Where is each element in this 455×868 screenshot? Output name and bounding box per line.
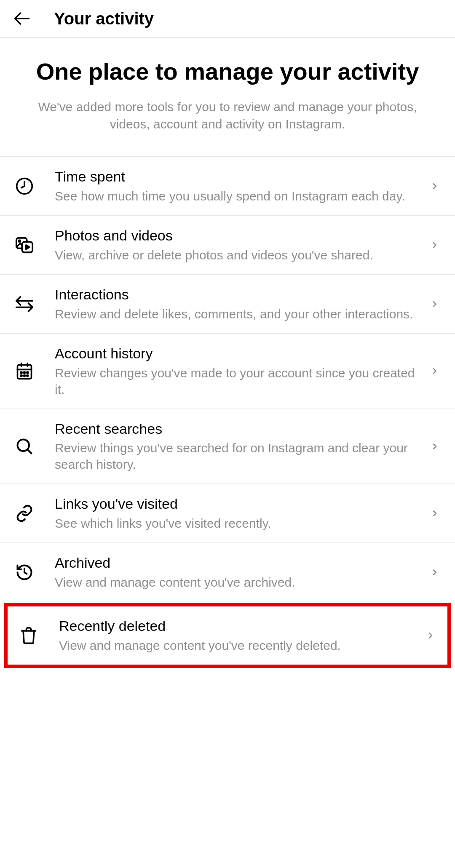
item-text: Recent searches Review things you've sea… [55, 420, 427, 473]
trash-icon [17, 624, 40, 647]
chevron-right-icon [427, 366, 442, 376]
item-title: Interactions [55, 286, 419, 303]
item-interactions[interactable]: Interactions Review and delete likes, co… [0, 275, 455, 334]
svg-point-13 [24, 372, 25, 373]
item-title: Links you've visited [55, 495, 419, 513]
hero-title: One place to manage your activity [25, 58, 430, 85]
highlight-annotation: Recently deleted View and manage content… [4, 603, 451, 668]
search-icon [13, 435, 36, 458]
chevron-right-icon [423, 631, 438, 640]
header-bar: Your activity [0, 0, 455, 38]
svg-point-12 [21, 372, 22, 373]
item-title: Photos and videos [55, 227, 419, 244]
item-desc: View and manage content you've recently … [59, 637, 415, 654]
calendar-icon [13, 359, 36, 383]
item-title: Recent searches [55, 420, 419, 438]
chevron-right-icon [427, 509, 442, 518]
link-icon [13, 502, 36, 525]
back-button[interactable] [12, 8, 32, 29]
item-text: Interactions Review and delete likes, co… [55, 286, 427, 322]
svg-line-19 [27, 449, 31, 453]
svg-point-17 [27, 375, 28, 377]
item-recently-deleted[interactable]: Recently deleted View and manage content… [8, 606, 447, 665]
item-text: Photos and videos View, archive or delet… [55, 227, 427, 263]
activity-list: Time spent See how much time you usually… [0, 156, 455, 668]
hero-subtitle: We've added more tools for you to review… [25, 99, 430, 133]
item-desc: View, archive or delete photos and video… [55, 247, 419, 263]
item-archived[interactable]: Archived View and manage content you've … [0, 543, 455, 601]
chevron-right-icon [427, 240, 442, 250]
arrow-left-icon [13, 9, 31, 28]
item-desc: See how much time you usually spend on I… [55, 188, 419, 204]
item-text: Links you've visited See which links you… [55, 495, 427, 531]
page-title: Your activity [54, 9, 154, 28]
item-links-visited[interactable]: Links you've visited See which links you… [0, 484, 455, 543]
item-recent-searches[interactable]: Recent searches Review things you've sea… [0, 409, 455, 485]
item-photos-videos[interactable]: Photos and videos View, archive or delet… [0, 216, 455, 275]
item-desc: See which links you've visited recently. [55, 515, 419, 531]
clock-icon [13, 174, 36, 198]
item-desc: Review changes you've made to your accou… [55, 365, 419, 398]
svg-point-14 [27, 372, 28, 373]
chevron-right-icon [427, 182, 442, 191]
item-account-history[interactable]: Account history Review changes you've ma… [0, 334, 455, 409]
item-text: Recently deleted View and manage content… [59, 617, 423, 654]
item-desc: Review and delete likes, comments, and y… [55, 306, 419, 322]
item-title: Archived [55, 554, 419, 572]
item-title: Time spent [55, 168, 419, 185]
chevron-right-icon [427, 568, 442, 577]
item-time-spent[interactable]: Time spent See how much time you usually… [0, 157, 455, 216]
item-desc: Review things you've searched for on Ins… [55, 440, 419, 473]
item-text: Archived View and manage content you've … [55, 554, 427, 590]
item-desc: View and manage content you've archived. [55, 574, 419, 590]
item-title: Recently deleted [59, 617, 415, 635]
hero: One place to manage your activity We've … [0, 38, 455, 156]
item-text: Account history Review changes you've ma… [55, 345, 427, 398]
chevron-right-icon [427, 299, 442, 309]
history-icon [13, 561, 36, 584]
svg-point-16 [24, 375, 25, 377]
item-text: Time spent See how much time you usually… [55, 168, 427, 204]
media-icon [13, 233, 36, 257]
item-title: Account history [55, 345, 419, 362]
svg-point-15 [21, 375, 22, 377]
chevron-right-icon [427, 442, 442, 451]
arrows-icon [13, 292, 36, 316]
svg-point-3 [19, 240, 21, 242]
